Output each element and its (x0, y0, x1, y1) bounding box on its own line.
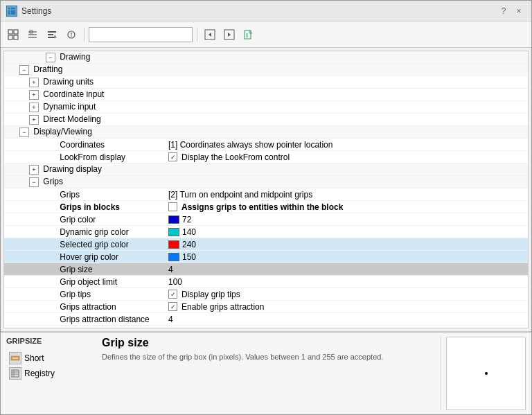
grip-tips-checkbox[interactable] (168, 290, 177, 299)
svg-rect-5 (8, 35, 12, 39)
grips-attraction-distance-value: 4 (167, 315, 528, 324)
bottom-description-area: Grip size Defines the size of the grip b… (96, 337, 441, 410)
lookfrom-checkbox[interactable] (168, 152, 177, 161)
drawing-display-label: + Drawing display (4, 164, 167, 175)
grips-value: [2] Turn on endpoint and midpoint grips (167, 190, 528, 200)
dynamic-grip-color-row[interactable]: Dynamic grip color 140 (4, 226, 528, 238)
toolbar (1, 21, 531, 48)
grip-object-limit-label: Grip object limit (4, 277, 167, 287)
toolbar-btn-4[interactable] (63, 26, 80, 43)
app-icon (6, 6, 17, 17)
display-viewing-expand[interactable]: − (19, 127, 29, 137)
grip-color-label: Grip color (4, 215, 167, 224)
content-area: − Drawing − Drafting + (1, 48, 531, 331)
grip-tips-row[interactable]: Grip tips Display grip tips (4, 288, 528, 301)
coordinate-input-row[interactable]: + Coordinate input (4, 89, 528, 101)
svg-line-14 (55, 35, 56, 38)
toolbar-btn-2[interactable] (24, 26, 41, 43)
selected-grip-color-row[interactable]: Selected grip color 240 (4, 238, 528, 251)
drafting-row[interactable]: − Drafting (4, 64, 528, 76)
tree-panel: − Drawing − Drafting + (3, 51, 529, 328)
window-title: Settings (21, 6, 497, 16)
drawing-expand[interactable]: − (46, 53, 55, 62)
grip-size-row[interactable]: Grip size 4 (4, 263, 528, 276)
grips-in-blocks-checkbox[interactable] (168, 202, 177, 211)
grips-attraction-distance-row[interactable]: Grips attraction distance 4 (4, 313, 528, 326)
grip-color-row[interactable]: Grip color 72 (4, 213, 528, 226)
grips-row[interactable]: Grips [2] Turn on endpoint and midpoint … (4, 188, 528, 201)
coordinate-input-expand[interactable]: + (29, 90, 39, 100)
bottom-title: Grip size (102, 337, 434, 349)
spacer (4, 326, 528, 328)
toolbar-sep-2 (197, 28, 197, 42)
coordinates-value: [1] Coordinates always show pointer loca… (167, 140, 528, 150)
svg-rect-4 (14, 30, 18, 34)
drafting-expand[interactable]: − (19, 65, 29, 75)
svg-rect-3 (8, 30, 12, 34)
search-input[interactable] (89, 27, 193, 42)
lookfrom-value: Display the LookFrom control (167, 152, 528, 162)
toolbar-prev-btn[interactable] (202, 26, 218, 43)
drawing-display-row[interactable]: + Drawing display (4, 164, 528, 176)
coordinate-input-label: + Coordinate input (4, 89, 167, 100)
hover-grip-color-row[interactable]: Hover grip color 150 (4, 251, 528, 263)
display-viewing-row[interactable]: − Display/Viewing (4, 126, 528, 139)
svg-rect-22 (245, 30, 251, 39)
dynamic-input-label: + Dynamic input (4, 102, 167, 112)
bottom-content: GRIPSIZE Short (1, 333, 531, 414)
hover-grip-color-value: 150 (167, 252, 528, 262)
tree-scroll[interactable]: − Drawing − Drafting + (4, 51, 528, 328)
hover-grip-color-label: Hover grip color (4, 252, 167, 262)
dynamic-grip-color-label: Dynamic grip color (4, 227, 167, 237)
drawing-row[interactable]: − Drawing (4, 51, 528, 64)
selected-grip-color-value: 240 (167, 240, 528, 249)
grips-section-row[interactable]: − Grips (4, 176, 528, 188)
coordinates-row[interactable]: Coordinates [1] Coordinates always show … (4, 139, 528, 151)
coordinates-label: Coordinates (4, 140, 167, 150)
grips-in-blocks-row[interactable]: Grips in blocks Assigns grips to entitie… (4, 201, 528, 213)
svg-rect-28 (12, 357, 18, 359)
grips-attraction-checkbox[interactable] (168, 302, 177, 311)
grip-tips-value: Display grip tips (167, 290, 528, 299)
drawing-label: − Drawing (4, 52, 167, 62)
drawing-units-expand[interactable]: + (29, 78, 39, 87)
toolbar-btn-1[interactable] (5, 26, 21, 43)
drawing-units-row[interactable]: + Drawing units (4, 76, 528, 89)
toolbar-next-btn[interactable] (221, 26, 238, 43)
direct-modeling-row[interactable]: + Direct Modeling (4, 114, 528, 126)
svg-rect-29 (12, 370, 19, 377)
grip-size-value: 4 (167, 265, 528, 274)
direct-modeling-expand[interactable]: + (29, 115, 39, 125)
help-button[interactable]: ? (497, 4, 511, 18)
bottom-nav-short[interactable]: Short (6, 351, 96, 366)
grips-section-expand[interactable]: − (29, 177, 39, 187)
grip-size-label: Grip size (4, 265, 167, 274)
drafting-label: − Drafting (4, 64, 167, 75)
close-button[interactable]: × (512, 4, 526, 18)
svg-rect-6 (14, 35, 18, 39)
toolbar-export-btn[interactable] (240, 26, 257, 43)
dynamic-grip-color-swatch (168, 228, 179, 236)
grips-attraction-value: Enable grips attraction (167, 302, 528, 312)
toolbar-btn-3[interactable] (44, 26, 60, 43)
drawing-display-expand[interactable]: + (29, 165, 39, 175)
bottom-left: GRIPSIZE Short (6, 337, 96, 410)
grip-color-swatch (168, 215, 179, 224)
svg-marker-19 (209, 33, 211, 37)
preview-dot (485, 372, 488, 375)
grips-attraction-row[interactable]: Grips attraction Enable grips attraction (4, 301, 528, 313)
bottom-nav-registry[interactable]: Registry (6, 366, 96, 381)
drawing-units-label: + Drawing units (4, 77, 167, 87)
dynamic-input-expand[interactable]: + (29, 103, 39, 112)
lookfrom-row[interactable]: LookFrom display Display the LookFrom co… (4, 151, 528, 164)
display-viewing-label: − Display/Viewing (4, 127, 167, 137)
short-icon (9, 352, 21, 364)
grip-color-value: 72 (167, 215, 528, 224)
window-controls: ? × (497, 4, 526, 18)
grip-object-limit-value: 100 (167, 277, 528, 287)
svg-marker-21 (228, 33, 231, 37)
short-label: Short (24, 353, 44, 363)
grip-object-limit-row[interactable]: Grip object limit 100 (4, 276, 528, 288)
dynamic-input-row[interactable]: + Dynamic input (4, 101, 528, 114)
hover-grip-color-swatch (168, 253, 179, 261)
